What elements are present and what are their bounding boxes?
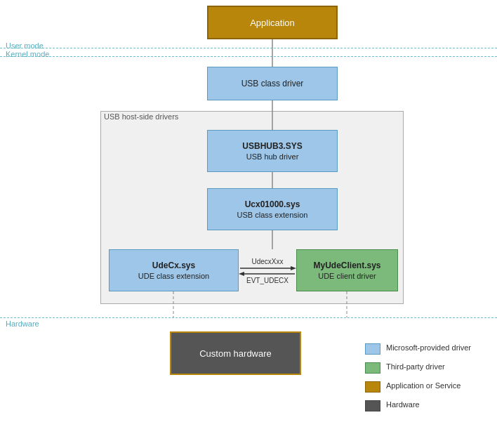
legend-text-thirdparty: Third-party driver [386, 362, 445, 371]
usb-class-driver-box: USB class driver [207, 67, 338, 100]
hardware-label: Hardware [6, 319, 39, 328]
usbhub-box: USBHUB3.SYS USB hub driver [207, 130, 338, 172]
application-box: Application [207, 6, 338, 39]
legend-item-application: Application or Service [365, 381, 495, 393]
usb-class-driver-label: USB class driver [241, 79, 304, 88]
custom-hardware-label: Custom hardware [199, 348, 272, 359]
legend-text-application: Application or Service [386, 381, 460, 390]
udecx-box: UdeCx.sys UDE class extension [109, 249, 239, 291]
arrow-bottom-label: EVT_UDECX [239, 277, 296, 284]
legend-item-hardware: Hardware [365, 400, 495, 411]
udecx-title: UdeCx.sys [152, 261, 195, 270]
myude-subtitle: UDE client driver [318, 272, 376, 280]
legend-text-hardware: Hardware [386, 400, 420, 409]
usbhub-title: USBHUB3.SYS [242, 141, 302, 151]
user-mode-label: User mode [6, 41, 44, 50]
kernel-mode-label: Kernel mode [6, 50, 49, 58]
legend-color-microsoft [365, 343, 380, 355]
arrow-svg [239, 265, 296, 277]
myude-box: MyUdeClient.sys UDE client driver [296, 249, 398, 291]
legend-color-thirdparty [365, 362, 380, 374]
legend-item-thirdparty: Third-party driver [365, 362, 495, 374]
hardware-line [0, 317, 497, 318]
myude-title: MyUdeClient.sys [313, 261, 380, 270]
legend-color-hardware [365, 400, 380, 411]
custom-hardware-box: Custom hardware [170, 331, 301, 375]
diagram-container: Application User mode Kernel mode USB cl… [0, 0, 497, 448]
ucx-title: Ucx01000.sys [245, 199, 300, 209]
ucx-subtitle: USB class extension [237, 211, 308, 219]
arrow-area: UdecxXxx EVT_UDECX [239, 256, 296, 284]
application-label: Application [250, 18, 295, 28]
svg-marker-3 [239, 272, 244, 276]
svg-marker-1 [291, 266, 296, 270]
udecx-subtitle: UDE class extension [138, 272, 210, 280]
kernel-mode-line [0, 56, 497, 57]
legend: Microsoft-provided driver Third-party dr… [365, 343, 495, 419]
legend-text-microsoft: Microsoft-provided driver [386, 343, 471, 353]
legend-item-microsoft: Microsoft-provided driver [365, 343, 495, 355]
ucx-box: Ucx01000.sys USB class extension [207, 188, 338, 230]
usbhub-subtitle: USB hub driver [246, 152, 299, 161]
user-mode-line [0, 48, 497, 48]
host-drivers-label: USB host-side drivers [104, 112, 178, 121]
legend-color-application [365, 381, 380, 393]
